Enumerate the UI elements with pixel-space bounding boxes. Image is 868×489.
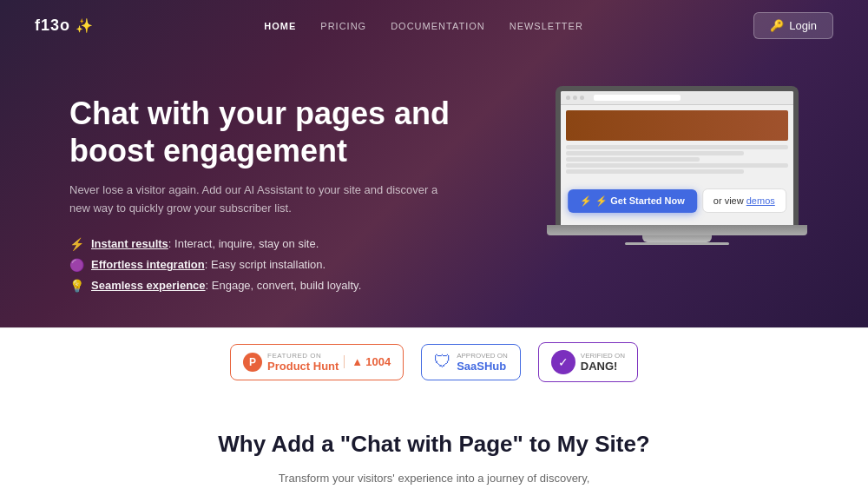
login-icon: 🔑 (770, 19, 784, 32)
login-button[interactable]: 🔑 Login (753, 12, 833, 39)
screen-content (561, 105, 793, 181)
nav-pricing[interactable]: PRICING (320, 21, 366, 31)
ph-count-value: 1004 (365, 355, 391, 368)
view-demos-btn[interactable]: or view demos (702, 188, 786, 213)
feature-seamless: 💡 Seamless experience: Engage, convert, … (69, 279, 451, 293)
badges-strip: P FEATURED ON Product Hunt ▲ 1004 🛡 Appr… (0, 327, 868, 396)
screen-dot-red (566, 96, 570, 100)
saas-text: Approved on SaaSHub (457, 352, 508, 373)
section-title: Why Add a "Chat with Page" to My Site? (35, 431, 833, 458)
nav-links: HOME PRICING DOCUMENTATION NEWSLETTER (264, 21, 583, 31)
laptop-screen: ⚡ ⚡ Get Started Now or view demos (556, 86, 799, 225)
purple-icon: 🟣 (69, 258, 84, 272)
feature-instant-text: Instant results: Interact, inquire, stay… (91, 237, 319, 250)
saas-shield-icon: 🛡 (434, 352, 451, 372)
screen-line-4 (566, 163, 788, 168)
screen-inner: ⚡ ⚡ Get Started Now or view demos (561, 91, 793, 225)
sparkle-icon: ✨ (76, 17, 94, 34)
laptop-wrap: ⚡ ⚡ Get Started Now or view demos (538, 86, 816, 245)
nav-home[interactable]: HOME (264, 21, 296, 31)
chat-overlay: ⚡ ⚡ Get Started Now or view demos (568, 188, 786, 213)
laptop-stand (642, 235, 712, 242)
hero-features: ⚡ Instant results: Interact, inquire, st… (69, 237, 451, 293)
screen-urlbar (594, 95, 681, 101)
login-label: Login (789, 19, 817, 32)
section-subtitle: Transform your visitors' experience into… (269, 470, 599, 489)
feature-instant-link[interactable]: Instant results (91, 237, 168, 250)
get-started-btn[interactable]: ⚡ ⚡ Get Started Now (568, 189, 697, 213)
dang-icon: ✓ (551, 350, 575, 374)
demos-link[interactable]: demos (746, 195, 775, 206)
dang-verified-label: Verified on (581, 352, 625, 360)
ph-icon: P (243, 353, 262, 372)
feature-integration: 🟣 Effortless integration: Easy script in… (69, 258, 451, 272)
hero-laptop: ⚡ ⚡ Get Started Now or view demos (538, 77, 816, 245)
brand-name: f13o (35, 17, 70, 35)
screen-line-3 (566, 157, 700, 162)
dang-check-icon: ✓ (558, 355, 569, 369)
badge-saashub[interactable]: 🛡 Approved on SaaSHub (421, 344, 521, 380)
screen-banner (566, 110, 788, 141)
nav-documentation[interactable]: DOCUMENTATION (391, 21, 485, 31)
saas-approved-label: Approved on (457, 352, 508, 360)
bolt-btn-icon: ⚡ (580, 195, 592, 207)
bolt-icon: ⚡ (69, 237, 84, 251)
ph-triangle-icon: ▲ (352, 355, 363, 368)
hero-section: f13o ✨ HOME PRICING DOCUMENTATION NEWSLE… (0, 0, 868, 327)
lower-section: Why Add a "Chat with Page" to My Site? T… (0, 396, 868, 489)
feature-integration-link[interactable]: Effortless integration (91, 258, 205, 271)
screen-line-5 (566, 169, 744, 174)
ph-count: ▲ 1004 (344, 355, 391, 368)
screen-text-lines (566, 143, 788, 175)
get-started-label: ⚡ Get Started Now (595, 195, 685, 207)
ph-name: Product Hunt (267, 360, 339, 373)
or-view-text: or view (713, 195, 746, 206)
ph-text: FEATURED ON Product Hunt (267, 352, 339, 373)
screen-dot-yellow (573, 96, 577, 100)
feature-instant-detail: : Interact, inquire, stay on site. (168, 237, 319, 250)
badge-dang[interactable]: ✓ Verified on DANG! (538, 342, 638, 382)
hero-content: Chat with your pages and boost engagemen… (0, 51, 868, 327)
feature-seamless-text: Seamless experience: Engage, convert, bu… (91, 279, 361, 292)
feature-integration-detail: : Easy script installation. (205, 258, 326, 271)
feature-seamless-link[interactable]: Seamless experience (91, 279, 206, 292)
feature-seamless-detail: : Engage, convert, build loyalty. (206, 279, 362, 292)
hero-subtitle: Never lose a visitor again. Add our AI A… (69, 182, 451, 218)
screen-line-2 (566, 151, 744, 155)
hero-title: Chat with your pages and boost engagemen… (69, 95, 451, 169)
screen-toolbar (561, 91, 793, 105)
navbar: f13o ✨ HOME PRICING DOCUMENTATION NEWSLE… (0, 0, 868, 51)
laptop-foot (625, 242, 729, 245)
dang-text: Verified on DANG! (581, 352, 625, 373)
dang-name: DANG! (581, 360, 625, 373)
bulb-icon: 💡 (69, 279, 84, 293)
brand-logo[interactable]: f13o ✨ (35, 17, 94, 35)
screen-line-1 (566, 145, 788, 149)
feature-instant: ⚡ Instant results: Interact, inquire, st… (69, 237, 451, 251)
hero-left: Chat with your pages and boost engagemen… (69, 77, 451, 293)
ph-featured-label: FEATURED ON (267, 352, 339, 360)
badge-producthunt[interactable]: P FEATURED ON Product Hunt ▲ 1004 (230, 344, 404, 380)
screen-dot-green (580, 96, 584, 100)
saas-name: SaaSHub (457, 360, 508, 373)
nav-newsletter[interactable]: NEWSLETTER (510, 21, 583, 31)
laptop-base (547, 225, 807, 235)
feature-integration-text: Effortless integration: Easy script inst… (91, 258, 326, 271)
